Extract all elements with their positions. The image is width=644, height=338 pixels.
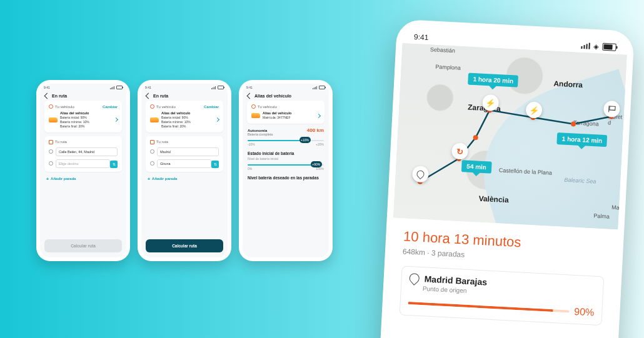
car-icon <box>49 104 53 109</box>
autonomy-slider[interactable]: +10% <box>248 140 324 141</box>
page-header: En ruta <box>141 91 228 101</box>
bolt-icon: ⚡ <box>485 98 496 108</box>
car-icon <box>150 104 154 109</box>
car-image <box>251 113 260 118</box>
destination-input[interactable]: Girona <box>157 159 211 168</box>
location-icon <box>407 271 421 286</box>
page-title: Alias del vehículo <box>254 94 291 98</box>
status-time: 9:41 <box>44 86 50 89</box>
vehicle-card[interactable]: Tu vehículo Cambiar Alias del vehículo B… <box>146 101 223 132</box>
signal-icon <box>581 42 590 49</box>
screen: 9:41 ◈ Sebastián Pamplona Andorra Zarago… <box>385 26 628 338</box>
flag-icon <box>608 106 616 112</box>
route-card: Tu ruta Calle Belén, 44, Madrid Elige de… <box>44 136 122 172</box>
autonomy-field: AutonomíaBatería completa400 km +10% -20… <box>243 127 329 150</box>
screen: 9:41 Alias del vehículo Tu vehículo Alia… <box>243 84 329 257</box>
page-title: En ruta <box>52 94 67 98</box>
add-stop-button[interactable]: +Añadir parada <box>40 176 126 185</box>
vehicle-info: Alias del vehículo Batería inicial: 90% … <box>161 111 213 129</box>
section-label: Tu vehículo <box>156 105 176 109</box>
back-icon[interactable] <box>247 93 253 99</box>
origin-dot-icon <box>49 149 53 154</box>
vehicle-info: Alias del vehículo Batería inicial: 90% … <box>60 111 112 129</box>
location-icon <box>415 169 426 179</box>
destination-input[interactable]: Elige destino <box>56 159 110 168</box>
page-title: En ruta <box>153 94 168 98</box>
section-label: Tu vehículo <box>258 105 277 109</box>
swirl-icon: ↻ <box>456 146 464 156</box>
map-view[interactable]: Sebastián Pamplona Andorra Zaragoza Tarr… <box>393 43 627 229</box>
status-bar: 9:41 <box>141 84 228 91</box>
trip-summary-sheet: 10 hora 13 minutos 648km · 3 paradas Edi… <box>385 218 618 338</box>
screen: 9:41 En ruta Tu vehículo Cambiar Alias d… <box>141 84 228 257</box>
slider-knob[interactable]: +10% <box>299 137 311 143</box>
svg-point-5 <box>571 121 576 126</box>
calculate-route-button: Calcular ruta <box>44 239 122 252</box>
init-battery-title: Estado inicial de batería <box>243 150 329 157</box>
init-battery-slider[interactable]: +90% <box>248 164 324 166</box>
wifi-icon: ◈ <box>593 42 599 50</box>
origin-input[interactable]: Madrid <box>157 147 219 156</box>
stops-battery-title: Nivel batería deseado en las paradas <box>243 174 329 181</box>
change-link[interactable]: Cambiar <box>103 105 118 109</box>
dest-dot-icon <box>150 161 154 166</box>
swap-button[interactable]: ⇅ <box>110 161 118 168</box>
status-bar: 9:41 <box>40 84 126 91</box>
route-icon <box>49 140 53 144</box>
page-header: Alias del vehículo <box>243 91 329 101</box>
init-battery-field: Nivel de batería inicial +90% 0%100% <box>243 157 329 174</box>
route-card: Tu ruta Madrid Girona ⇅ <box>146 136 223 172</box>
swap-button[interactable]: ⇅ <box>211 161 219 168</box>
battery-progress <box>408 302 570 312</box>
calculate-route-button[interactable]: Calcular ruta <box>146 239 223 252</box>
stage: { "status_time": "9:41", "phone1": { "ti… <box>0 0 644 338</box>
phone-mockup-1: 9:41 En ruta Tu vehículo Cambiar Alias d… <box>36 80 130 261</box>
status-bar: 9:41 <box>243 84 329 91</box>
section-label: Tu ruta <box>156 140 168 144</box>
route-icon <box>150 140 154 144</box>
autonomy-value: 400 km <box>307 127 324 133</box>
slider-knob[interactable]: +90% <box>311 161 322 167</box>
status-time: 9:41 <box>246 86 253 89</box>
car-image <box>49 117 58 122</box>
vehicle-card[interactable]: Tu vehículo Cambiar Alias del vehículo B… <box>44 101 122 132</box>
change-link[interactable]: Cambiar <box>204 105 219 109</box>
signal-icon <box>313 86 317 89</box>
phone-mockup-3: 9:41 Alias del vehículo Tu vehículo Alia… <box>239 80 333 261</box>
battery-icon <box>602 43 616 51</box>
segment-time-tag: 54 min <box>461 160 492 173</box>
page-header: En ruta <box>40 91 126 101</box>
battery-icon <box>319 86 325 89</box>
chevron-right-icon <box>316 114 321 118</box>
dest-dot-icon <box>49 161 53 166</box>
add-stop-button[interactable]: +Añadir parada <box>141 176 228 185</box>
back-icon[interactable] <box>44 93 51 99</box>
status-time: 9:41 <box>414 32 429 42</box>
phone-mockup-2: 9:41 En ruta Tu vehículo Cambiar Alias d… <box>138 80 231 261</box>
vehicle-info: Alias del vehículo Matrícula: 3477NEF <box>263 111 314 120</box>
origin-input[interactable]: Calle Belén, 44, Madrid <box>56 147 118 156</box>
bolt-icon: ⚡ <box>529 105 540 115</box>
vehicle-card[interactable]: Tu vehículo Alias del vehículo Matrícula… <box>247 101 325 124</box>
back-icon[interactable] <box>146 93 152 99</box>
stop-card[interactable]: Madrid Barajas Punto de origen 90% <box>400 266 605 326</box>
section-label: Tu ruta <box>55 140 67 144</box>
chevron-right-icon <box>215 117 219 122</box>
signal-icon <box>110 86 114 89</box>
origin-dot-icon <box>150 149 154 154</box>
car-image <box>150 117 159 122</box>
signal-icon <box>211 86 216 89</box>
battery-icon <box>116 86 123 89</box>
battery-percent: 90% <box>574 306 595 319</box>
chevron-right-icon <box>114 117 118 122</box>
car-icon <box>251 104 256 109</box>
battery-icon <box>218 86 224 89</box>
section-label: Tu vehículo <box>55 105 74 109</box>
phone-mockup-large: 9:41 ◈ Sebastián Pamplona Andorra Zarago… <box>378 19 635 338</box>
screen: 9:41 En ruta Tu vehículo Cambiar Alias d… <box>40 84 126 257</box>
status-time: 9:41 <box>145 86 151 89</box>
